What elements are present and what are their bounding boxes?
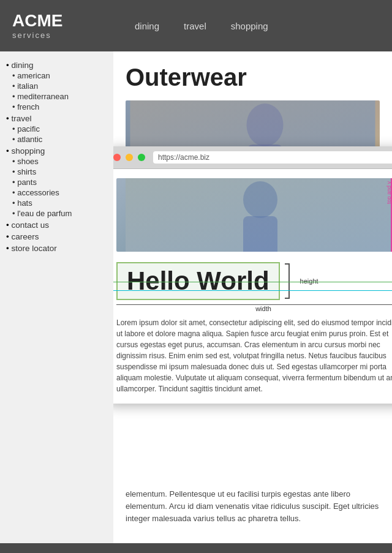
nav-travel[interactable]: travel — [184, 21, 206, 31]
width-line — [116, 304, 392, 305]
page-title: Outerwear — [126, 64, 380, 91]
browser-close-dot[interactable] — [113, 154, 121, 161]
sidebar-item-contact[interactable]: contact us — [6, 220, 107, 230]
lower-text: elementum. Pellentesque ut eu facilisi t… — [126, 482, 380, 531]
logo-subtitle: services — [12, 31, 123, 40]
sidebar-subitem-shoes[interactable]: • shoes — [12, 157, 107, 166]
main-nav: dining travel shopping — [135, 21, 268, 31]
width-annotation: width — [116, 304, 392, 312]
nav-dining[interactable]: dining — [135, 21, 159, 31]
sidebar-item-store-locator[interactable]: store locator — [6, 244, 107, 253]
sidebar: dining • american • italian • mediterran… — [0, 51, 113, 543]
hline-right-annotation — [113, 290, 392, 291]
browser-url-bar[interactable]: https://acme.biz — [153, 151, 392, 164]
sidebar-item-dining[interactable]: dining • american • italian • mediterran… — [6, 61, 107, 111]
sidebar-item-shopping[interactable]: shopping • shoes • shirts • pants • acce… — [6, 146, 107, 218]
browser-hero-svg — [116, 178, 392, 252]
logo-title: ACME — [12, 12, 123, 31]
sidebar-subitem-french[interactable]: • french — [12, 102, 107, 111]
browser-content: top and y bottom left and x right — [113, 169, 392, 404]
sidebar-subitem-italian[interactable]: • italian — [12, 81, 107, 91]
hello-world-text: Hello World — [127, 266, 270, 295]
browser-window: https://acme.biz — [113, 146, 392, 404]
site-footer: ACME services dining travel shopping con… — [0, 543, 392, 553]
sidebar-subitem-american[interactable]: • american — [12, 71, 107, 80]
annotation-top-y-label: top and y — [386, 181, 392, 204]
hline-left-annotation — [113, 282, 392, 282]
svg-rect-7 — [126, 178, 392, 252]
sidebar-subitem-shirts[interactable]: • shirts — [12, 167, 107, 176]
site-header: ACME services dining travel shopping — [0, 0, 392, 51]
sidebar-item-careers[interactable]: careers — [6, 232, 107, 241]
browser-minimize-dot[interactable] — [126, 154, 133, 161]
nav-shopping[interactable]: shopping — [231, 21, 268, 31]
main-content: Outerwear — [113, 51, 392, 543]
sidebar-subitem-pants[interactable]: • pants — [12, 178, 107, 187]
hello-world-container: left and x right Hello World height widt… — [116, 259, 392, 312]
page-body: dining • american • italian • mediterran… — [0, 51, 392, 543]
sidebar-subitem-accessories[interactable]: • accessories — [12, 188, 107, 197]
browser-toolbar: https://acme.biz — [113, 146, 392, 169]
lower-text-area: elementum. Pellentesque ut eu facilisi t… — [126, 482, 380, 531]
sidebar-subitem-pacific[interactable]: • pacific — [12, 124, 107, 134]
sidebar-subitem-mediterranean[interactable]: • mediterranean — [12, 92, 107, 101]
browser-hero-image: top and y bottom — [116, 178, 392, 252]
sidebar-item-travel[interactable]: travel • pacific • atlantic — [6, 114, 107, 144]
sidebar-subitem-hats[interactable]: • hats — [12, 198, 107, 208]
sidebar-subitem-atlantic[interactable]: • atlantic — [12, 135, 107, 144]
sidebar-subitem-parfum[interactable]: • l'eau de parfum — [12, 209, 107, 218]
browser-maximize-dot[interactable] — [138, 154, 145, 161]
width-label: width — [255, 305, 271, 312]
logo-area: ACME services — [12, 12, 123, 40]
browser-body-text: Lorem ipsum dolor sit amet, consectetur … — [116, 317, 392, 394]
